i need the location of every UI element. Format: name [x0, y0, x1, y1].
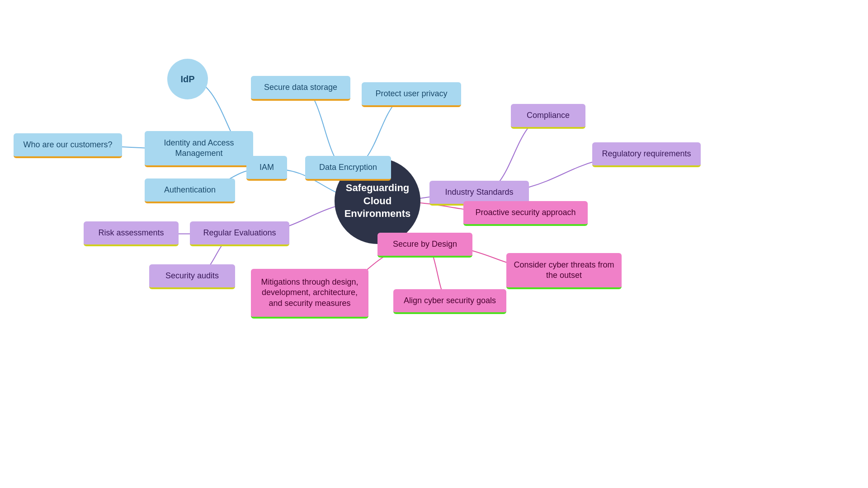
- node-iam: IAM: [246, 156, 287, 181]
- node-protect-user-privacy: Protect user privacy: [362, 82, 461, 107]
- node-authentication: Authentication: [145, 178, 235, 203]
- node-mitigations: Mitigations through design, development,…: [251, 269, 368, 319]
- node-consider-cyber: Consider cyber threats from the outset: [506, 253, 622, 289]
- node-regular-evaluations: Regular Evaluations: [190, 221, 289, 246]
- node-secure-data-storage: Secure data storage: [251, 76, 350, 101]
- node-data-encryption: Data Encryption: [305, 156, 391, 181]
- node-align-cyber: Align cyber security goals: [393, 289, 506, 314]
- node-compliance: Compliance: [511, 104, 585, 129]
- node-secure-by-design: Secure by Design: [377, 233, 472, 258]
- node-idp: IdP: [167, 59, 208, 99]
- node-regulatory-requirements: Regulatory requirements: [592, 142, 701, 167]
- node-who-customers: Who are our customers?: [14, 133, 122, 158]
- node-risk-assessments: Risk assessments: [84, 221, 179, 246]
- node-security-audits: Security audits: [149, 264, 235, 289]
- node-proactive-security: Proactive security approach: [463, 201, 588, 226]
- node-iam-label: Identity and Access Management: [145, 131, 253, 167]
- center-label: Safeguarding Cloud Environments: [335, 182, 420, 221]
